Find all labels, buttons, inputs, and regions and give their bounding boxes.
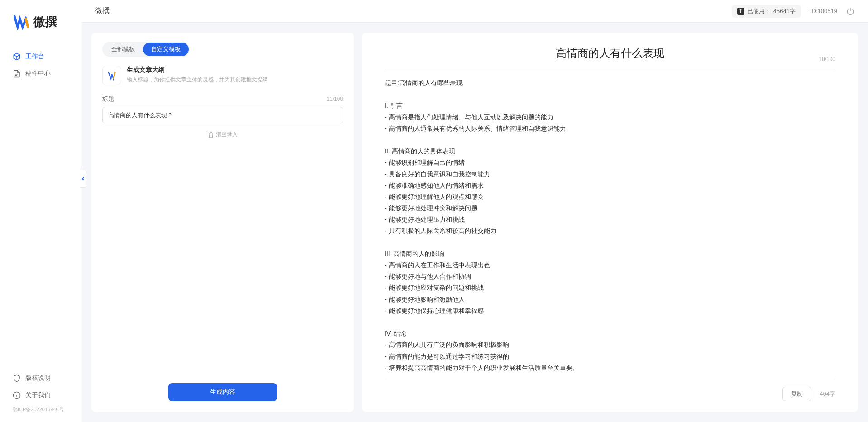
nav-item-label: 稿件中心 (25, 70, 51, 78)
trash-icon (208, 132, 214, 138)
nav-item-about[interactable]: 关于我们 (0, 387, 81, 404)
sidebar-bottom: 版权说明 关于我们 鄂ICP备2022016946号 (0, 370, 81, 422)
sidebar-collapse-handle[interactable] (80, 170, 86, 188)
sidebar: 微撰 工作台 稿件中心 版权说明 关于我们 鄂ICP备2022016946号 (0, 0, 81, 422)
tab-all-templates[interactable]: 全部模板 (103, 43, 143, 56)
content: 全部模板 自定义模板 生成文章大纲 输入标题，为你提供文章主体的灵感，并为其创建… (81, 23, 868, 422)
user-id: ID:100519 (810, 8, 837, 14)
template-desc: 输入标题，为你提供文章主体的灵感，并为其创建推文提纲 (127, 76, 268, 84)
nav-item-copyright[interactable]: 版权说明 (0, 370, 81, 387)
nav-item-label: 关于我们 (25, 391, 51, 399)
nav-item-manuscripts[interactable]: 稿件中心 (0, 65, 81, 82)
template-name: 生成文章大纲 (127, 66, 268, 74)
output-body[interactable]: 题目:高情商的人有哪些表现 I. 引言 - 高情商是指人们处理情绪、与他人互动以… (385, 77, 835, 375)
title-count: 11/100 (326, 96, 343, 102)
power-icon[interactable] (846, 7, 854, 15)
nav-item-label: 工作台 (25, 52, 44, 61)
output-panel: 高情商的人有什么表现 10/100 题目:高情商的人有哪些表现 I. 引言 - … (362, 33, 858, 412)
generate-button[interactable]: 生成内容 (168, 383, 277, 401)
output-char-count: 404字 (820, 390, 835, 398)
icp-footer[interactable]: 鄂ICP备2022016946号 (0, 404, 81, 415)
input-panel: 全部模板 自定义模板 生成文章大纲 输入标题，为你提供文章主体的灵感，并为其创建… (91, 33, 354, 412)
output-title-count: 10/100 (819, 56, 835, 62)
tab-custom-templates[interactable]: 自定义模板 (143, 43, 189, 56)
template-card: 生成文章大纲 输入标题，为你提供文章主体的灵感，并为其创建推文提纲 (102, 66, 343, 85)
output-title: 高情商的人有什么表现 (556, 46, 664, 61)
document-icon (13, 70, 21, 78)
title-input[interactable] (102, 107, 343, 123)
template-icon (102, 66, 121, 85)
page-title: 微撰 (95, 6, 110, 16)
chevron-left-icon (81, 176, 86, 181)
copy-button[interactable]: 复制 (782, 387, 811, 401)
cube-icon (13, 52, 21, 61)
main: 微撰 T 已使用： 45641字 ID:100519 全部模板 自定义模板 (81, 0, 868, 422)
logo-mark-icon (14, 14, 30, 30)
nav-main: 工作台 稿件中心 (0, 39, 81, 370)
logo-text: 微撰 (33, 14, 57, 30)
topbar: 微撰 T 已使用： 45641字 ID:100519 (81, 0, 868, 23)
usage-value: 45641字 (773, 7, 796, 15)
template-tabs: 全部模板 自定义模板 (102, 42, 190, 57)
usage-badge[interactable]: T 已使用： 45641字 (732, 5, 801, 18)
shield-icon (13, 374, 21, 382)
nav-item-workspace[interactable]: 工作台 (0, 48, 81, 65)
clear-input-button[interactable]: 清空录入 (102, 131, 343, 138)
clear-label: 清空录入 (216, 131, 238, 138)
logo: 微撰 (0, 0, 81, 39)
title-label: 标题 (102, 95, 114, 103)
usage-label: 已使用： (747, 7, 771, 15)
nav-item-label: 版权说明 (25, 374, 51, 382)
text-icon: T (737, 8, 744, 15)
info-icon (13, 391, 21, 399)
